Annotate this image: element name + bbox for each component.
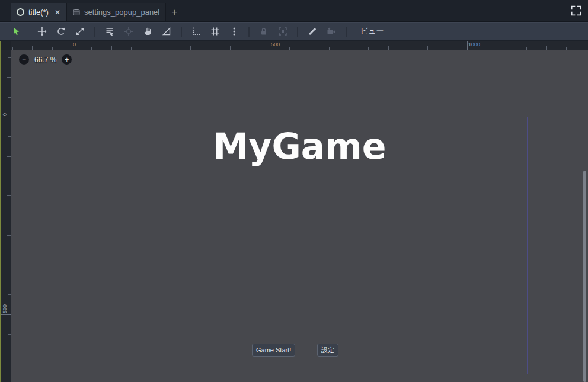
scene-tab-label: settings_popup_panel xyxy=(84,8,159,17)
scene-game-start-button[interactable]: Game Start! xyxy=(252,344,295,357)
ruler-label: 1000 xyxy=(468,41,480,47)
canvas-toolbar: ビュー xyxy=(0,22,588,41)
zoom-out-button[interactable]: − xyxy=(19,54,29,65)
scene-title-label[interactable]: MyGame xyxy=(72,126,528,167)
distraction-free-icon[interactable] xyxy=(571,5,581,16)
scene-panel-icon xyxy=(73,9,80,16)
lock-icon[interactable] xyxy=(255,24,273,39)
toolbar-separator xyxy=(346,27,347,37)
ruler-label: 500 xyxy=(271,41,280,47)
scene-tab-label: title(*) xyxy=(28,8,49,17)
ruler-label: 0 xyxy=(73,41,76,47)
move-tool-icon[interactable] xyxy=(33,24,51,39)
ruler-left[interactable]: 0 500 xyxy=(0,50,11,382)
vertical-scrollbar[interactable] xyxy=(583,171,586,382)
view-menu-button[interactable]: ビュー xyxy=(352,24,392,39)
camera-override-icon[interactable] xyxy=(322,24,340,39)
scene-tab-settings-popup-panel[interactable]: settings_popup_panel xyxy=(67,3,166,21)
scene-tab-title[interactable]: title(*) ✕ xyxy=(11,3,67,21)
list-select-tool-icon[interactable] xyxy=(101,24,119,39)
ruler-border-line xyxy=(0,50,588,50)
toolbar-separator xyxy=(297,27,298,37)
snap-options-menu-icon[interactable] xyxy=(225,24,243,39)
scale-tool-icon[interactable] xyxy=(71,24,89,39)
grid-snap-icon[interactable] xyxy=(206,24,224,39)
ruler-label: 500 xyxy=(2,304,8,313)
ruler-tool-icon[interactable] xyxy=(158,24,175,39)
zoom-value[interactable]: 66.7 % xyxy=(34,56,56,64)
rotate-tool-icon[interactable] xyxy=(52,24,70,39)
canvas-viewport[interactable]: 0 500 1000 0 500 MyGame Game Start! 設定 −… xyxy=(0,41,588,382)
ruler-label: 0 xyxy=(2,113,8,116)
smart-snap-icon[interactable] xyxy=(187,24,205,39)
ruler-top[interactable]: 0 500 1000 xyxy=(11,41,588,50)
add-scene-tab-button[interactable]: + xyxy=(166,3,183,21)
ruler-corner xyxy=(0,41,11,50)
pivot-tool-icon[interactable] xyxy=(120,24,138,39)
canvas-area[interactable]: MyGame Game Start! 設定 − 66.7 % + xyxy=(11,50,588,382)
scene-circle-icon xyxy=(17,8,24,16)
x-axis-line xyxy=(11,117,588,117)
select-tool-icon[interactable] xyxy=(7,24,25,39)
toolbar-separator xyxy=(248,27,250,37)
y-axis-line xyxy=(72,50,72,382)
scene-settings-button[interactable]: 設定 xyxy=(317,344,338,357)
viewport-left-edge-line xyxy=(0,41,1,382)
toolbar-separator xyxy=(181,27,182,37)
godot-2d-editor: title(*) ✕ settings_popup_panel + xyxy=(0,0,588,382)
group-icon[interactable] xyxy=(274,24,292,39)
toolbar-separator xyxy=(94,27,95,37)
scene-tab-bar: title(*) ✕ settings_popup_panel + xyxy=(0,0,588,22)
close-tab-icon[interactable]: ✕ xyxy=(55,9,60,16)
pan-tool-icon[interactable] xyxy=(139,24,156,39)
zoom-controls: − 66.7 % + xyxy=(19,54,72,65)
zoom-in-button[interactable]: + xyxy=(62,54,72,65)
skeleton-options-icon[interactable] xyxy=(303,24,321,39)
